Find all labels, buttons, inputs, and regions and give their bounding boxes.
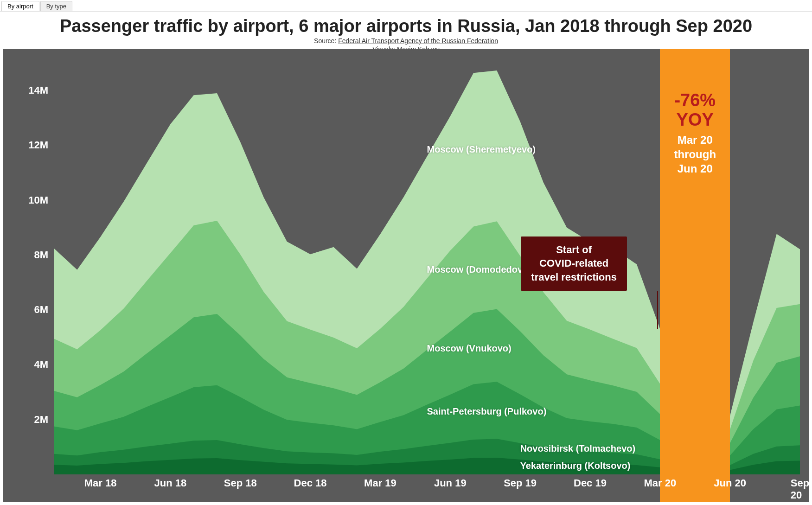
tab-by-airport[interactable]: By airport xyxy=(1,1,39,11)
series-label: Saint-Petersburg (Pulkovo) xyxy=(427,406,547,417)
subtitle: Source: Federal Air Transport Agency of … xyxy=(0,37,812,45)
yoy-pct: -76% xyxy=(649,91,742,110)
y-tick: 6M xyxy=(34,304,48,316)
series-label: Novosibirsk (Tolmachevo) xyxy=(520,443,636,454)
page-root: By airport By type Passenger traffic by … xyxy=(0,0,812,505)
x-tick: Dec 18 xyxy=(294,477,327,489)
x-tick: Sep 18 xyxy=(224,477,257,489)
y-tick: 10M xyxy=(28,194,48,206)
plot: Yekaterinburg (Koltsovo)Novosibirsk (Tol… xyxy=(54,63,800,474)
y-tick: 8M xyxy=(34,249,48,261)
x-tick: Jun 20 xyxy=(714,477,746,489)
x-tick: Sep 20 xyxy=(791,477,809,501)
x-tick: Jun 19 xyxy=(434,477,467,489)
page-title: Passenger traffic by airport, 6 major ai… xyxy=(0,16,812,36)
tab-bar: By airport By type xyxy=(0,0,812,12)
source-prefix: Source: xyxy=(314,37,338,45)
y-axis: 2M4M6M8M10M12M14M xyxy=(3,63,54,474)
y-tick: 2M xyxy=(34,414,48,426)
chart-area: 2M4M6M8M10M12M14M Yekaterinburg (Koltsov… xyxy=(3,49,809,502)
x-tick: Jun 18 xyxy=(154,477,187,489)
tab-by-type[interactable]: By type xyxy=(40,1,72,11)
x-tick: Mar 19 xyxy=(364,477,396,489)
series-label: Moscow (Sheremetyevo) xyxy=(427,144,536,155)
callout-box: Start ofCOVID-relatedtravel restrictions xyxy=(521,237,627,291)
x-tick: Mar 18 xyxy=(84,477,117,489)
y-tick: 4M xyxy=(34,358,48,371)
callout-leader xyxy=(657,291,658,329)
x-tick: Sep 19 xyxy=(504,477,537,489)
series-label: Moscow (Domodedovo) xyxy=(427,264,532,275)
x-tick: Dec 19 xyxy=(574,477,607,489)
y-tick: 14M xyxy=(28,84,48,96)
yoy-range: Mar 20throughJun 20 xyxy=(649,133,742,176)
x-tick: Mar 20 xyxy=(644,477,676,489)
yoy-word: YOY xyxy=(649,110,742,130)
y-tick: 12M xyxy=(28,139,48,151)
series-label: Moscow (Vnukovo) xyxy=(427,343,511,354)
source-link[interactable]: Federal Air Transport Agency of the Russ… xyxy=(338,37,498,45)
yoy-annotation: -76%YOYMar 20throughJun 20 xyxy=(649,91,742,176)
x-axis: Mar 18Jun 18Sep 18Dec 18Mar 19Jun 19Sep … xyxy=(54,474,800,502)
series-label: Yekaterinburg (Koltsovo) xyxy=(520,460,631,471)
